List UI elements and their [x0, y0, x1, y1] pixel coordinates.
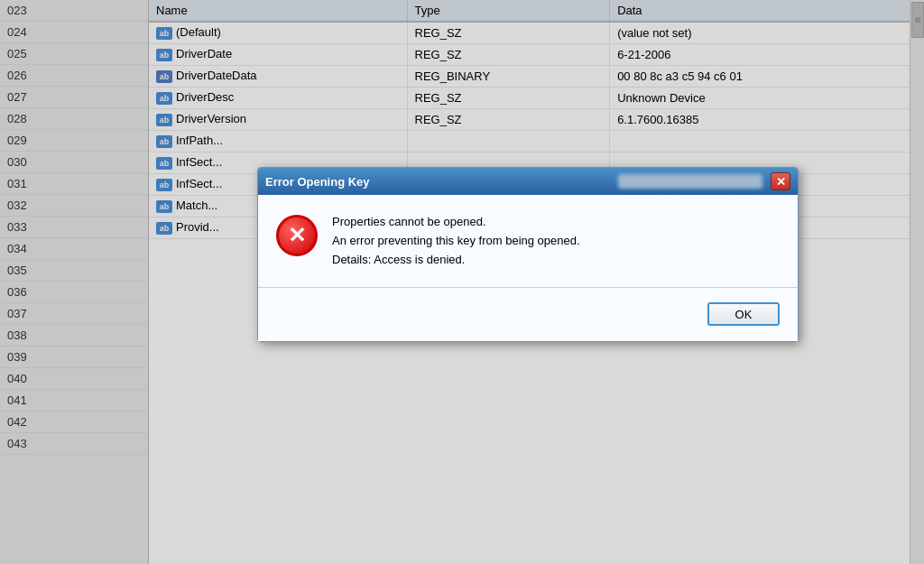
- error-icon: ✕: [276, 215, 318, 256]
- error-dialog: Error Opening Key ✕ ✕ Properties cannot …: [257, 167, 799, 342]
- dialog-title: Error Opening Key: [265, 175, 618, 189]
- dialog-footer: OK: [276, 299, 780, 328]
- dialog-content-area: ✕ Properties cannot be opened. An error …: [276, 213, 780, 269]
- dialog-titlebar: Error Opening Key ✕: [258, 168, 798, 195]
- dialog-message: Properties cannot be opened. An error pr…: [332, 213, 580, 269]
- dialog-body: ✕ Properties cannot be opened. An error …: [258, 195, 798, 341]
- error-icon-circle: ✕: [276, 215, 318, 256]
- modal-overlay: Error Opening Key ✕ ✕ Properties cannot …: [0, 0, 924, 564]
- dialog-divider: [258, 287, 798, 288]
- message-line-3: Details: Access is denied.: [332, 251, 580, 270]
- message-line-2: An error preventing this key from being …: [332, 232, 580, 251]
- blurred-content: [618, 174, 762, 189]
- dialog-close-button[interactable]: ✕: [771, 172, 790, 190]
- error-x-symbol: ✕: [288, 223, 306, 248]
- ok-button[interactable]: OK: [707, 302, 780, 326]
- message-line-1: Properties cannot be opened.: [332, 213, 580, 232]
